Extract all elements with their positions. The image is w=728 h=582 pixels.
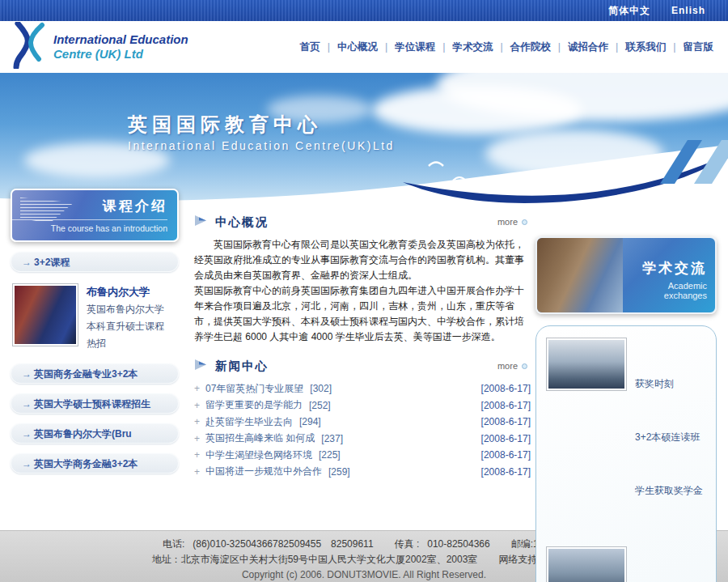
- nav-cooperation[interactable]: 诚招合作: [568, 40, 608, 54]
- arrow-right-icon: →: [22, 394, 32, 414]
- featured-line: 英国布鲁内尔大学: [87, 301, 164, 318]
- phone-value: (86)010-32504366782509455 82509611: [193, 538, 373, 550]
- about-section-header: 中心概况 more: [194, 212, 531, 232]
- banner-subtitle: International Education Centre(UK)Ltd: [128, 139, 395, 152]
- caption-line: 3+2本硕连读班: [635, 428, 703, 446]
- lang-english-link[interactable]: Enlish: [671, 5, 705, 16]
- gallery-caption: 师生合影 全体师生 共同展望未来: [635, 546, 693, 582]
- section-arrow-icon: [194, 215, 209, 230]
- logo-line2: Centre (UK) Ltd: [53, 47, 143, 61]
- sidebar-item-3plus2-course[interactable]: → 3+2课程: [11, 252, 179, 272]
- news-item[interactable]: + 中学生渴望绿色网络环境 [225] [2008-6-17]: [194, 447, 531, 464]
- news-item[interactable]: + 07年留英热门专业展望 [302] [2008-6-17]: [194, 380, 531, 397]
- gallery-item: 获奖时刻 3+2本硕连读班 学生获取奖学金: [546, 338, 708, 535]
- featured-university: 布鲁内尔大学 英国布鲁内尔大学 本科直升硕士课程 热招: [11, 282, 179, 354]
- sidebar-item-business-finance-3plus2[interactable]: → 英国商务金融专业3+2本: [11, 363, 179, 384]
- about-paragraphs: 英国国际教育中心有限公司是以英国文化教育委员会及英国高校为依托，经英国政府批准成…: [194, 237, 531, 345]
- about-more-link[interactable]: more: [497, 217, 527, 227]
- plus-bullet-icon: +: [194, 466, 205, 478]
- building-photo: [537, 238, 623, 312]
- plus-bullet-icon: +: [194, 433, 205, 444]
- banner-titles: 英国国际教育中心 International Education Centre(…: [128, 112, 395, 152]
- news-item[interactable]: + 赴英留学生毕业去向 [294] [2008-6-17]: [194, 414, 531, 431]
- nav-partner-schools[interactable]: 合作院校: [510, 40, 551, 54]
- section-arrow-icon: [194, 359, 209, 374]
- news-count: [237]: [321, 433, 343, 444]
- address-label: 地址：: [152, 554, 181, 565]
- photo-gallery: 获奖时刻 3+2本硕连读班 学生获取奖学金 师生合影 全体师生 共同展望未来 篮…: [535, 325, 717, 582]
- gallery-item: 师生合影 全体师生 共同展望未来: [546, 546, 708, 582]
- featured-line: 本科直升硕士课程: [87, 318, 164, 335]
- news-count: [252]: [309, 400, 331, 411]
- arrow-right-icon: →: [22, 454, 32, 474]
- nav-separator: |: [328, 41, 330, 53]
- cloud: [372, 86, 582, 134]
- circle-icon: [522, 219, 527, 225]
- news-title: 赴英留学生毕业去向: [205, 415, 293, 429]
- logo-text: International Education Centre (UK) Ltd: [53, 32, 188, 62]
- news-title: 英国招生高峰来临 如何成: [205, 431, 315, 445]
- news-title: 中学生渴望绿色网络环境: [205, 448, 312, 462]
- news-count: [259]: [328, 466, 350, 478]
- graduation-photo[interactable]: [12, 283, 78, 346]
- news-date: [2008-6-17]: [481, 466, 531, 478]
- lang-simplified-chinese-link[interactable]: 简体中文: [608, 4, 650, 18]
- featured-university-title[interactable]: 布鲁内尔大学: [87, 283, 164, 301]
- course-sidebar: 课程介绍 The course has an introduction → 3+…: [11, 189, 179, 474]
- award-photo[interactable]: [546, 338, 627, 391]
- caption-line: 获奖时刻: [635, 375, 703, 393]
- more-label: more: [497, 217, 518, 227]
- fax-value: 010-82504366: [427, 538, 489, 550]
- zip-label: 邮编:: [511, 538, 533, 550]
- course-sidebar-header: 课程介绍 The course has an introduction: [11, 189, 179, 242]
- academic-exchange-banner[interactable]: 学术交流 Academic exchanges: [535, 236, 717, 314]
- news-title: 中国将进一步规范中外合作: [205, 465, 322, 478]
- logo[interactable]: International Education Centre (UK) Ltd: [6, 22, 188, 72]
- sidebar-item-business-finance[interactable]: → 英国大学商务金融3+2本: [11, 453, 179, 474]
- nav-contact-us[interactable]: 联系我们: [625, 40, 666, 54]
- featured-line: 热招: [87, 335, 164, 352]
- news-list: + 07年留英热门专业展望 [302] [2008-6-17] + 留学更重要的…: [194, 380, 531, 480]
- academic-sidebar: 学术交流 Academic exchanges 获奖时刻 3+2本硕连读班 学生…: [535, 236, 717, 582]
- news-count: [294]: [299, 416, 321, 427]
- nav-separator: |: [442, 41, 445, 53]
- news-date: [2008-6-17]: [481, 449, 531, 461]
- sidebar-item-label: 英国布鲁内尔大学(Bru: [34, 428, 132, 440]
- nav-separator: |: [558, 41, 561, 53]
- nav-center-overview[interactable]: 中心概况: [337, 40, 378, 54]
- course-sidebar-subtitle: The course has an introduction: [12, 223, 167, 233]
- news-section-title: 新闻中心: [215, 359, 269, 374]
- news-count: [225]: [319, 449, 341, 461]
- academic-subtitle: Academic exchanges: [623, 281, 707, 300]
- sidebar-item-brunel-university[interactable]: → 英国布鲁内尔大学(Bru: [11, 423, 179, 444]
- nav-separator: |: [616, 41, 618, 53]
- sidebar-item-master-foundation[interactable]: → 英国大学硕士预科课程招生: [11, 393, 179, 414]
- circle-icon: [522, 363, 527, 369]
- main-content: 中心概况 more 英国国际教育中心有限公司是以英国文化教育委员会及英国高校为依…: [194, 212, 531, 480]
- news-date: [2008-6-17]: [481, 416, 531, 427]
- nav-academic-exchange[interactable]: 学术交流: [453, 40, 493, 54]
- nav-degree-courses[interactable]: 学位课程: [395, 40, 435, 54]
- academic-title: 学术交流: [623, 259, 707, 278]
- address-value: 北京市海淀区中关村大街59号中国人民大学文化大厦2002室、2003室: [181, 554, 478, 565]
- more-label: more: [497, 361, 518, 371]
- news-item[interactable]: + 留学更重要的是学能力 [252] [2008-6-17]: [194, 397, 531, 414]
- news-date: [2008-6-17]: [481, 433, 531, 444]
- news-item[interactable]: + 中国将进一步规范中外合作 [259] [2008-6-17]: [194, 464, 531, 481]
- news-title: 留学更重要的是学能力: [205, 398, 303, 412]
- news-item[interactable]: + 英国招生高峰来临 如何成 [237] [2008-6-17]: [194, 431, 531, 448]
- sidebar-item-label: 英国大学硕士预科课程招生: [34, 398, 150, 410]
- about-paragraph-1: 英国国际教育中心有限公司是以英国文化教育委员会及英国高校为依托，经英国政府批准成…: [194, 237, 531, 283]
- nav-separator: |: [385, 41, 387, 53]
- group-photo[interactable]: [546, 546, 627, 582]
- sidebar-item-label: 英国大学商务金融3+2本: [34, 458, 138, 469]
- news-date: [2008-6-17]: [481, 383, 531, 394]
- banner-title: 英国国际教育中心: [128, 112, 395, 138]
- nav-guestbook[interactable]: 留言版: [684, 40, 714, 54]
- nav-home[interactable]: 首页: [300, 40, 320, 54]
- news-title: 07年留英热门专业展望: [205, 382, 303, 396]
- news-more-link[interactable]: more: [497, 361, 527, 371]
- plus-bullet-icon: +: [194, 400, 205, 411]
- hero-banner: 英国国际教育中心 International Education Centre(…: [0, 73, 728, 208]
- featured-university-text: 布鲁内尔大学 英国布鲁内尔大学 本科直升硕士课程 热招: [87, 283, 164, 352]
